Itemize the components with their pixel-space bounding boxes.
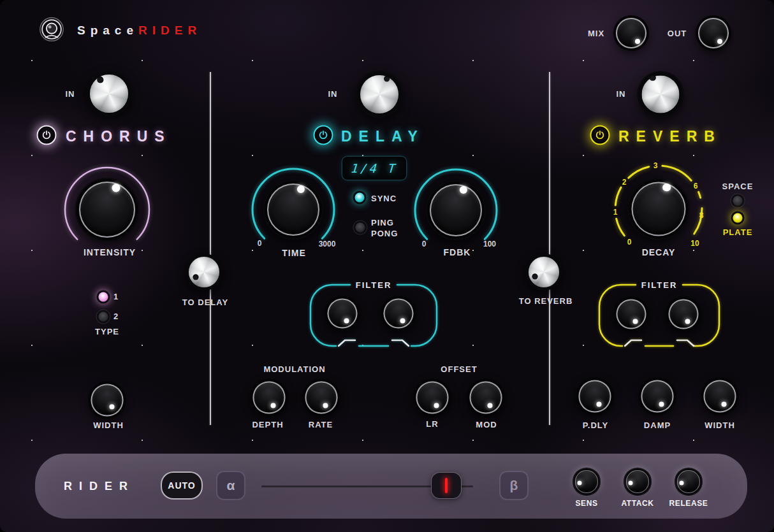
highpass-icon [339,340,355,346]
time-min-label: 0 [258,239,262,248]
decay-tick-10: 10 [690,239,699,248]
intensity-knob[interactable] [75,178,139,241]
reverb-filter-lp-knob[interactable] [667,298,701,331]
predelay-knob[interactable] [577,378,613,415]
logo-rider-text: RIDER [138,24,201,37]
delay-in-label: IN [328,89,338,99]
depth-label: DEPTH [252,420,283,429]
reverb-in-label: IN [617,89,626,99]
chorus-in-knob[interactable] [86,71,132,117]
time-max-label: 3000 [319,240,336,248]
sens-label: SENS [575,499,597,508]
decay-tick-1: 1 [613,208,618,217]
decay-knob[interactable] [628,178,690,240]
delay-time-display[interactable]: 1/4 T [342,157,406,180]
sync-led[interactable] [355,193,365,203]
to-reverb-label: TO REVERB [519,296,573,306]
reverb-filter-hp-knob[interactable] [615,298,648,331]
logo-space-text: Space [77,24,138,37]
delay-in-knob[interactable] [356,71,403,118]
to-delay-label: TO DELAY [182,298,228,307]
highpass-icon [625,340,641,346]
time-label: TIME [282,248,305,258]
decay-tick-8: 8 [699,211,704,220]
logo: SpaceRIDER [77,24,201,38]
modulation-group-label: MODULATION [263,364,325,374]
sync-label: SYNC [371,194,397,203]
reverb-width-knob[interactable] [702,378,738,415]
mix-knob[interactable] [614,16,648,50]
attack-knob[interactable] [625,469,650,494]
rider-handle-indicator [445,478,448,493]
rider-slider-handle[interactable] [431,472,462,499]
mod-offset-knob[interactable] [468,380,504,416]
intensity-label: INTENSITY [84,247,136,257]
space-label: SPACE [722,182,754,191]
space-led[interactable] [733,196,743,206]
divider-delay-reverb [549,72,550,425]
mod-label: MOD [476,420,497,429]
reverb-title: REVERB [618,128,722,145]
lr-offset-knob[interactable] [414,380,451,416]
decay-tick-3: 3 [654,161,658,170]
alpha-button[interactable]: α [216,471,245,500]
delay-filter-lp-knob[interactable] [382,297,416,331]
lowpass-icon [392,340,409,346]
attack-label: ATTACK [621,499,654,508]
power-icon [42,131,52,140]
auto-button[interactable]: AUTO [161,471,203,500]
chorus-type-label: TYPE [95,327,119,336]
delay-filter-hp-knob[interactable] [326,297,360,331]
release-label: RELEASE [669,499,708,508]
delay-power-button[interactable] [314,126,333,145]
beta-button[interactable]: β [499,471,529,500]
lowpass-icon [677,340,694,346]
chorus-in-label: IN [66,89,75,99]
delay-time-display-value: 1/4 T [351,161,398,175]
chorus-power-button[interactable] [37,126,57,145]
chorus-type-1-label: 1 [113,292,119,301]
delay-title: DELAY [341,128,425,145]
delay-filter-label: FILTER [356,280,392,290]
plate-label: PLATE [723,227,753,237]
divider-chorus-delay [210,72,211,425]
power-icon [595,131,605,140]
decay-label: DECAY [642,247,676,257]
plugin-panel: SpaceRIDER MIX OUT IN CHORUS INTENSITY 1… [0,0,774,532]
depth-knob[interactable] [251,380,288,416]
decay-tick-0: 0 [627,238,632,247]
chorus-type-1-led[interactable] [99,292,108,302]
rate-knob[interactable] [303,380,340,416]
auto-button-label: AUTO [168,480,195,491]
plate-led[interactable] [733,213,743,223]
time-knob[interactable] [263,180,323,240]
fdbk-max-label: 100 [483,240,496,248]
to-delay-knob[interactable] [186,254,223,291]
release-knob[interactable] [676,469,701,494]
damp-knob[interactable] [639,378,676,415]
rate-label: RATE [309,420,333,429]
power-icon [319,131,328,140]
chorus-width-knob[interactable] [89,382,126,419]
predelay-label: P.DLY [583,421,608,430]
out-label: OUT [668,29,687,38]
sens-knob[interactable] [574,469,599,494]
out-knob[interactable] [696,16,731,50]
to-reverb-knob[interactable] [525,254,562,291]
damp-label: DAMP [644,421,671,430]
fdbk-knob[interactable] [426,180,486,240]
chorus-type-2-label: 2 [113,312,119,321]
reverb-width-label: WIDTH [705,421,735,430]
lr-label: LR [426,419,438,429]
alpha-button-label: α [227,478,235,493]
fdbk-min-label: 0 [422,240,427,248]
pingpong-led[interactable] [356,223,365,233]
chorus-title: CHORUS [66,128,172,145]
reverb-filter-label: FILTER [641,280,678,290]
offset-group-label: OFFSET [441,364,477,374]
reverb-in-knob[interactable] [638,71,684,118]
reverb-power-button[interactable] [590,126,610,145]
rider-title: RIDER [64,480,135,493]
chorus-width-label: WIDTH [93,421,124,430]
chorus-type-2-led[interactable] [99,312,108,322]
